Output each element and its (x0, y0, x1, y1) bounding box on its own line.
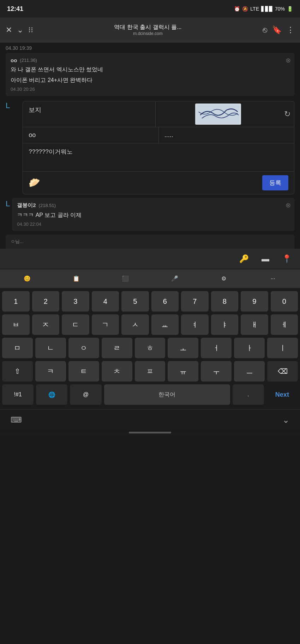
kb-key-8[interactable]: 8 (211, 291, 239, 312)
keyboard-suggestion-row: 😊 📋 ⬛ 🎤 ⚙ ··· (0, 269, 300, 288)
kb-key-kh[interactable]: ㅋ (35, 361, 66, 382)
kb-key-a[interactable]: ㅏ (234, 338, 265, 358)
kb-key-eu[interactable]: ㅡ (234, 361, 265, 382)
kb-korean-row-3: ⇧ ㅋ ㅌ ㅊ ㅍ ㅠ ㅜ ㅡ ⌫ (2, 361, 298, 382)
register-button[interactable]: 등록 (262, 175, 288, 190)
suggest-question-text[interactable]: ??????이거뭐노 (23, 143, 294, 172)
kb-key-ch[interactable]: ㅊ (102, 361, 132, 382)
comment-block-2: ⊗ 갤붕이2 (218.51) ㅋㅋㅋ AP 보고 골라 이제 04.30 22… (12, 198, 294, 231)
kb-key-s[interactable]: ㅅ (121, 314, 149, 335)
reply-indicator-2: L (6, 199, 10, 208)
kb-space-key[interactable]: 한국어 (104, 384, 230, 405)
kb-key-m[interactable]: ㅁ (2, 338, 33, 358)
kb-suggest-grid[interactable]: ⬛ (102, 273, 149, 284)
kb-key-n[interactable]: ㄴ (35, 338, 66, 358)
kb-key-5[interactable]: 5 (121, 291, 149, 312)
key-icon[interactable]: 🔑 (239, 254, 249, 264)
comment-close-1[interactable]: ⊗ (286, 57, 291, 64)
keyboard-toolbar: 🔑 ▬ 📍 (0, 249, 300, 269)
bookmark-button[interactable]: 🔖 (272, 25, 282, 35)
kb-backspace-key[interactable]: ⌫ (267, 361, 298, 382)
reload-icon: ↻ (281, 106, 294, 122)
share-button[interactable]: ⎋ (263, 25, 267, 35)
suggest-word-2-left[interactable]: oo (23, 127, 158, 143)
kb-key-6[interactable]: 6 (151, 291, 179, 312)
kb-shift-key[interactable]: ⇧ (2, 361, 33, 382)
suggest-word-1[interactable]: 보지 (23, 101, 155, 127)
bottom-bar: ⌨ ⌄ (0, 409, 300, 430)
kb-key-d[interactable]: ㄷ (62, 314, 89, 335)
kb-key-3[interactable]: 3 (62, 291, 89, 312)
card-icon[interactable]: ▬ (262, 254, 269, 264)
kb-suggest-clipboard[interactable]: 📋 (53, 273, 100, 284)
kb-key-g[interactable]: ㄱ (92, 314, 119, 335)
reload-button[interactable]: ↻ (281, 101, 294, 127)
kb-suggest-emoji[interactable]: 😊 (4, 273, 50, 284)
location-icon[interactable]: 📍 (282, 254, 292, 264)
kb-key-ya[interactable]: ㅑ (211, 314, 239, 335)
kb-key-i[interactable]: ㅣ (267, 338, 298, 358)
kb-special-1[interactable]: !#1 (2, 384, 34, 405)
alarm-icon: ⏰ (234, 6, 240, 12)
kb-suggest-more[interactable]: ··· (250, 273, 296, 284)
kb-key-2[interactable]: 2 (32, 291, 60, 312)
kb-next-key[interactable]: Next (266, 384, 298, 405)
page-url: m.dcinside.com (38, 31, 258, 36)
kb-key-e[interactable]: ㅔ (271, 314, 298, 335)
comment-close-2[interactable]: ⊗ (286, 201, 291, 209)
kb-key-7[interactable]: 7 (181, 291, 209, 312)
comment-block-1: ⊗ oo (211.36) 와 나 갤폰 쓰면서 엑시노스만 썼었네 아이폰 버… (6, 53, 294, 96)
kb-key-yu[interactable]: ㅠ (168, 361, 198, 382)
kb-key-j[interactable]: ㅈ (32, 314, 60, 335)
home-indicator (129, 432, 171, 433)
kb-key-9[interactable]: 9 (241, 291, 268, 312)
kb-period-key[interactable]: . (233, 384, 264, 405)
kb-key-1[interactable]: 1 (2, 291, 30, 312)
kb-key-ph[interactable]: ㅍ (135, 361, 166, 382)
browser-nav-bar: ✕ ⌄ ⁝⁝ 역대 한국 출시 갤럭시 플... m.dcinside.com … (0, 18, 300, 42)
kb-key-th[interactable]: ㅌ (68, 361, 99, 382)
more-button[interactable]: ⋮ (287, 25, 294, 35)
kb-key-0[interactable]: 0 (271, 291, 298, 312)
suggest-image-cell (156, 101, 281, 127)
kb-suggest-settings[interactable]: ⚙ (200, 273, 247, 284)
kb-key-h[interactable]: ㅎ (135, 338, 166, 358)
kb-key-o[interactable]: ㅇ (68, 338, 99, 358)
comment-author-2: 갤붕이2 (17, 202, 36, 209)
kb-key-o-vowel[interactable]: ㅗ (168, 338, 198, 358)
comment-header-1: oo (211.36) (11, 57, 289, 63)
kb-key-yo[interactable]: ㅛ (151, 314, 179, 335)
status-time: 12:41 (7, 5, 23, 13)
kb-key-u[interactable]: ㅜ (201, 361, 232, 382)
tabs-button[interactable]: ⁝⁝ (28, 25, 33, 35)
comment-author-1: oo (11, 57, 17, 63)
close-button[interactable]: ✕ (6, 25, 12, 35)
chevron-down-icon[interactable]: ⌄ (282, 415, 289, 425)
kb-suggest-mic[interactable]: 🎤 (151, 273, 198, 284)
keyboard: 1 2 3 4 5 6 7 8 9 0 ㅂ ㅈ ㄷ ㄱ ㅅ ㅛ ㅕ ㅑ ㅐ ㅔ … (0, 288, 300, 409)
keyboard-icon[interactable]: ⌨ (11, 415, 22, 425)
kb-key-yeo[interactable]: ㅕ (181, 314, 209, 335)
mute-icon: 🔕 (242, 6, 248, 12)
kb-key-b[interactable]: ㅂ (2, 314, 30, 335)
kb-key-4[interactable]: 4 (92, 291, 119, 312)
kb-at-key[interactable]: @ (70, 384, 101, 405)
chevron-down-button[interactable]: ⌄ (17, 25, 23, 35)
kb-globe-key[interactable]: 🌐 (36, 384, 67, 405)
partial-comment-text: ㅇ님... (11, 239, 24, 244)
comment-text-1b: 아이폰 버리고 24+사면 완벽하다 (11, 76, 289, 84)
page-content: 04.30 19:39 ⊗ oo (211.36) 와 나 갤폰 쓰면서 엑시노… (0, 42, 300, 249)
comment-text-1a: 와 나 갤폰 쓰면서 엑시노스만 썼었네 (11, 65, 289, 74)
dumpling-emoji[interactable]: 🥟 (29, 177, 40, 188)
word-suggest-box: 보지 ↻ (23, 101, 294, 194)
comment-header-2: 갤붕이2 (218.51) (17, 202, 289, 209)
kb-key-ae[interactable]: ㅐ (241, 314, 268, 335)
kb-key-r[interactable]: ㄹ (102, 338, 132, 358)
comment-text-2: ㅋㅋㅋ AP 보고 골라 이제 (17, 211, 289, 219)
kb-key-eo[interactable]: ㅓ (201, 338, 232, 358)
scribble-svg (197, 105, 239, 124)
status-icons: ⏰ 🔕 LTE ▋▊▉ 70% 🔋 (234, 6, 293, 12)
status-bar: 12:41 ⏰ 🔕 LTE ▋▊▉ 70% 🔋 (0, 0, 300, 18)
home-indicator-area (0, 432, 300, 436)
suggest-word-2-right[interactable]: ..... (159, 127, 294, 143)
